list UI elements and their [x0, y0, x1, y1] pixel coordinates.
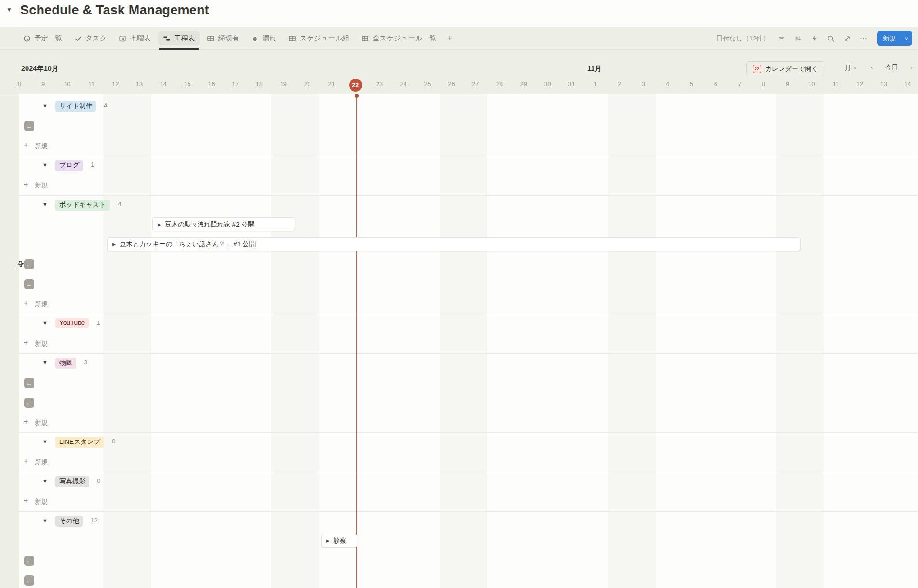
group-chip[interactable]: サイト制作: [55, 101, 96, 112]
day-label: 6: [714, 81, 717, 88]
new-item-row[interactable]: +新規: [0, 492, 918, 511]
chevron-down-icon: ∨: [854, 66, 857, 70]
jump-to-item-left-icon[interactable]: ←: [24, 378, 34, 388]
view-tab-スケジュール組[interactable]: スケジュール組: [284, 31, 353, 45]
group-header-ブログ[interactable]: ▼ブログ1: [0, 156, 918, 175]
day-label: 3: [642, 81, 645, 88]
jump-to-item-left-icon[interactable]: ←: [24, 575, 34, 586]
group-collapse-toggle-icon[interactable]: ▼: [42, 478, 48, 484]
new-item-row[interactable]: +新規: [0, 175, 918, 195]
new-item-label[interactable]: 新規: [35, 458, 48, 467]
day-label: 24: [400, 81, 407, 88]
group-header-YouTube[interactable]: ▼YouTube1: [0, 314, 918, 334]
open-in-calendar-label: カレンダーで開く: [765, 65, 818, 73]
more-icon[interactable]: ⋯: [860, 34, 868, 42]
add-view-button[interactable]: +: [444, 32, 457, 44]
sort-icon[interactable]: [794, 34, 802, 42]
prev-period-button[interactable]: ‹: [871, 64, 873, 71]
timeline-bar[interactable]: ▶豆木とカッキーの「ちょい話さん？」 #1 公開: [107, 237, 801, 251]
view-tab-タスク[interactable]: タスク: [69, 31, 111, 45]
group-header-物販[interactable]: ▼物販3: [0, 353, 918, 373]
group-header-その他[interactable]: ▼その他12: [0, 511, 918, 531]
view-tab-全スケジュール一覧[interactable]: 全スケジュール一覧: [357, 31, 441, 45]
group-chip[interactable]: 物販: [55, 358, 76, 369]
group-chip[interactable]: YouTube: [55, 318, 89, 328]
group-count: 0: [97, 477, 101, 484]
group-collapse-toggle-icon[interactable]: ▼: [42, 103, 48, 108]
chevron-down-icon[interactable]: ∨: [901, 36, 912, 41]
group-chip[interactable]: ブログ: [55, 160, 83, 171]
new-item-row[interactable]: +新規: [0, 294, 918, 314]
day-label: 15: [184, 81, 191, 88]
view-tab-工程表[interactable]: 工程表: [158, 31, 200, 45]
new-item-label[interactable]: 新規: [35, 339, 48, 348]
day-label: 29: [520, 81, 527, 88]
group-collapse-toggle-icon[interactable]: ▼: [42, 320, 48, 326]
group-collapse-toggle-icon[interactable]: ▼: [42, 518, 48, 523]
expand-icon[interactable]: [843, 34, 851, 42]
group-collapse-toggle-icon[interactable]: ▼: [42, 162, 48, 168]
new-item-row[interactable]: +新規: [0, 334, 918, 353]
timeline-item-row: ←: [0, 393, 918, 413]
group-chip[interactable]: その他: [55, 516, 83, 527]
item-expand-icon[interactable]: ▶: [112, 242, 116, 247]
jump-to-item-left-icon[interactable]: ←: [24, 556, 34, 566]
jump-to-item-left-icon[interactable]: ←: [24, 259, 34, 269]
plus-icon[interactable]: +: [24, 141, 28, 149]
new-button[interactable]: 新規 ∨: [877, 31, 912, 46]
open-in-calendar-button[interactable]: 22 カレンダーで開く: [746, 61, 824, 76]
filter-status[interactable]: 日付なし（12件）: [716, 34, 770, 43]
zoom-unit-select[interactable]: 月 ∨: [845, 64, 857, 72]
group-header-サイト制作[interactable]: ▼サイト制作4: [0, 96, 918, 116]
view-tab-漏れ[interactable]: ☻漏れ: [246, 31, 281, 45]
plus-icon[interactable]: +: [24, 338, 28, 347]
plus-icon[interactable]: +: [24, 417, 28, 426]
day-label: 4: [666, 81, 669, 88]
timeline-item-row: ▶診察: [0, 531, 918, 551]
day-label: 7: [738, 81, 742, 88]
item-expand-icon[interactable]: ▶: [158, 222, 161, 227]
jump-to-item-left-icon[interactable]: ←: [24, 279, 34, 289]
new-item-label[interactable]: 新規: [35, 181, 48, 190]
new-item-label[interactable]: 新規: [35, 300, 48, 308]
plus-icon[interactable]: +: [24, 457, 28, 466]
view-tab-締切有[interactable]: 締切有: [202, 31, 244, 45]
new-item-row[interactable]: +新規: [0, 136, 918, 156]
jump-to-item-left-icon[interactable]: ←: [24, 121, 34, 131]
new-item-label[interactable]: 新規: [35, 418, 48, 427]
timeline-bar[interactable]: ▶診察: [321, 534, 357, 548]
group-collapse-toggle-icon[interactable]: ▼: [42, 360, 48, 365]
next-period-button[interactable]: ›: [910, 64, 912, 71]
plus-icon[interactable]: +: [24, 180, 28, 189]
new-item-label[interactable]: 新規: [35, 142, 48, 150]
view-tab-七曜表[interactable]: 七曜表: [114, 31, 156, 45]
page-collapse-toggle-icon[interactable]: ▼: [6, 6, 12, 13]
group-header-ポッドキャスト[interactable]: ▼ポッドキャスト4: [0, 195, 918, 215]
today-button[interactable]: 今日: [885, 63, 898, 72]
group-chip[interactable]: LINEスタンプ: [55, 437, 104, 448]
day-label: 31: [568, 81, 575, 88]
jump-to-item-left-icon[interactable]: ←: [24, 398, 34, 408]
new-item-row[interactable]: +新規: [0, 413, 918, 432]
view-tab-予定一覧[interactable]: 予定一覧: [18, 31, 67, 45]
group-collapse-toggle-icon[interactable]: ▼: [42, 201, 48, 207]
timeline-item-row: 殳←: [0, 254, 918, 274]
bolt-icon[interactable]: [810, 34, 819, 42]
item-expand-icon[interactable]: ▶: [326, 538, 330, 543]
group-chip[interactable]: ポッドキャスト: [55, 200, 110, 211]
timeline-bar[interactable]: ▶豆木の駄々洩れ隠れ家 #2 公開: [152, 217, 295, 231]
filter-icon[interactable]: [778, 34, 786, 42]
view-tab-label: 全スケジュール一覧: [373, 34, 436, 43]
group-collapse-toggle-icon[interactable]: ▼: [42, 439, 48, 444]
plus-icon[interactable]: +: [24, 299, 28, 307]
day-label: 8: [762, 81, 765, 88]
group-header-写真撮影[interactable]: ▼写真撮影0: [0, 472, 918, 492]
group-header-LINEスタンプ[interactable]: ▼LINEスタンプ0: [0, 432, 918, 452]
plus-icon[interactable]: +: [24, 496, 28, 505]
day-label: 23: [376, 81, 383, 88]
group-chip[interactable]: 写真撮影: [55, 476, 89, 487]
new-item-row[interactable]: +新規: [0, 452, 918, 472]
new-item-label[interactable]: 新規: [35, 497, 48, 506]
timeline-controls: 22 カレンダーで開く 月 ∨ ‹ 今日 ›: [0, 61, 918, 77]
search-icon[interactable]: [827, 34, 835, 42]
